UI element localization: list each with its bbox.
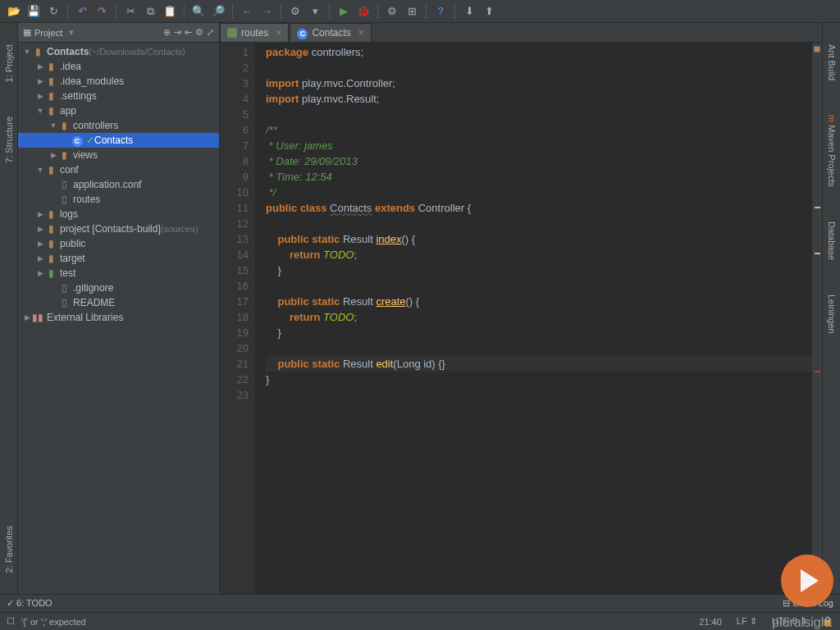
- code-line[interactable]: public static Result index() {: [266, 231, 822, 247]
- tree-row[interactable]: ▮project [Contacts-build] (sources): [18, 221, 219, 236]
- error-stripe[interactable]: [812, 43, 822, 594]
- database-tab[interactable]: Database: [825, 217, 838, 265]
- code-line[interactable]: [266, 278, 822, 294]
- editor-tab[interactable]: routes×: [220, 23, 289, 42]
- sync-icon[interactable]: ↻: [44, 2, 62, 21]
- code-line[interactable]: }: [266, 262, 822, 278]
- code-line[interactable]: * User: james: [266, 138, 822, 153]
- tree-row[interactable]: ▮app: [18, 103, 219, 118]
- code-line[interactable]: package controllers;: [266, 44, 822, 60]
- tree-arrow-icon[interactable]: [49, 121, 57, 130]
- open-icon[interactable]: 📂: [5, 2, 23, 21]
- inspection-indicator[interactable]: [814, 46, 820, 52]
- back-icon[interactable]: ←: [238, 2, 256, 21]
- code-line[interactable]: return TODO;: [266, 247, 822, 262]
- config-dropdown[interactable]: ▾: [306, 2, 324, 21]
- tree-row[interactable]: ▮conf: [18, 162, 219, 177]
- tree-arrow-icon[interactable]: [36, 77, 44, 85]
- caret-position[interactable]: 21:40: [699, 617, 722, 627]
- error-marker[interactable]: [815, 371, 820, 372]
- tree-row[interactable]: ▯README: [18, 295, 219, 310]
- tree-row[interactable]: ▮.idea_modules: [18, 74, 219, 89]
- close-icon[interactable]: ×: [276, 27, 281, 39]
- todo-tool-tab[interactable]: ✓ 6: TODO: [7, 598, 52, 609]
- ant-build-tab[interactable]: Ant Build: [825, 39, 838, 85]
- tree-arrow-icon[interactable]: [23, 48, 31, 56]
- editor-tab[interactable]: CContacts×: [290, 23, 371, 42]
- tree-arrow-icon[interactable]: [36, 166, 44, 174]
- tree-arrow-icon[interactable]: [23, 313, 31, 322]
- find-icon[interactable]: 🔍: [189, 2, 208, 21]
- structure-icon[interactable]: ⊞: [403, 2, 421, 21]
- tree-row[interactable]: ▮views: [18, 148, 219, 162]
- code-line[interactable]: }: [266, 372, 822, 387]
- code-line[interactable]: import play.mvc.Controller;: [266, 75, 822, 91]
- tree-row[interactable]: ▮.settings: [18, 89, 219, 103]
- code-line[interactable]: public static Result edit(Long id) {}: [266, 356, 822, 372]
- code-line[interactable]: return TODO;: [266, 309, 822, 325]
- code-line[interactable]: * Time: 12:54: [266, 169, 822, 185]
- line-separator[interactable]: LF ⇕: [737, 616, 757, 627]
- scroll-from-icon[interactable]: ⇤: [185, 27, 192, 38]
- vcs-update-icon[interactable]: ⬇: [460, 2, 478, 21]
- tree-arrow-icon[interactable]: [36, 62, 44, 71]
- tree-row[interactable]: ▮public: [18, 236, 219, 251]
- code-line[interactable]: }: [266, 325, 822, 340]
- tree-row[interactable]: ▮test: [18, 266, 219, 281]
- tree-row[interactable]: ▮Contacts (~/Downloads/Contacts): [18, 44, 219, 59]
- tree-row[interactable]: C✓ Contacts: [18, 133, 219, 148]
- tree-row[interactable]: ▮▮External Libraries: [18, 310, 219, 325]
- tree-row[interactable]: ▮target: [18, 251, 219, 266]
- tree-row[interactable]: ▯routes: [18, 192, 219, 207]
- tree-arrow-icon[interactable]: [36, 254, 44, 262]
- tree-arrow-icon[interactable]: [36, 240, 44, 248]
- help-icon[interactable]: ?: [431, 2, 450, 21]
- save-icon[interactable]: 💾: [25, 2, 43, 21]
- tree-arrow-icon[interactable]: [36, 107, 44, 115]
- build-icon[interactable]: ⚙: [286, 2, 304, 21]
- warning-marker[interactable]: [815, 253, 820, 254]
- tree-arrow-icon[interactable]: [36, 210, 44, 218]
- code-line[interactable]: public static Result create() {: [266, 294, 822, 309]
- tree-arrow-icon[interactable]: [49, 151, 57, 159]
- maven-projects-tab[interactable]: m Maven Projects: [825, 110, 838, 192]
- tree-row[interactable]: ▮.idea: [18, 59, 219, 74]
- code-line[interactable]: [266, 387, 822, 403]
- gutter[interactable]: 1234567891011121314151617181920212223: [220, 43, 256, 594]
- code-line[interactable]: [266, 216, 822, 231]
- tree-arrow-icon[interactable]: [36, 269, 44, 277]
- redo-icon[interactable]: ↷: [93, 2, 111, 21]
- tree-row[interactable]: ▮controllers: [18, 118, 219, 133]
- project-tree[interactable]: ▮Contacts (~/Downloads/Contacts)▮.idea▮.…: [18, 43, 219, 594]
- code-line[interactable]: [266, 340, 822, 356]
- hide-icon[interactable]: ⤢: [207, 27, 214, 38]
- code-line[interactable]: /**: [266, 122, 822, 138]
- copy-icon[interactable]: ⧉: [141, 2, 159, 21]
- run-icon[interactable]: ▶: [335, 2, 353, 21]
- tree-arrow-icon[interactable]: [36, 225, 44, 233]
- code-line[interactable]: [266, 107, 822, 122]
- tree-row[interactable]: ▯.gitignore: [18, 281, 219, 295]
- paste-icon[interactable]: 📋: [161, 2, 179, 21]
- undo-icon[interactable]: ↶: [73, 2, 91, 21]
- code-editor[interactable]: package controllers; import play.mvc.Con…: [256, 43, 822, 594]
- tree-row[interactable]: ▮logs: [18, 207, 219, 221]
- favorites-tool-tab[interactable]: 2: Favorites: [2, 521, 16, 578]
- settings-icon[interactable]: ⚙: [383, 2, 401, 21]
- collapse-all-icon[interactable]: ⊕: [163, 27, 171, 38]
- event-log-tab[interactable]: ⊟ Event Log: [783, 598, 833, 609]
- forward-icon[interactable]: →: [258, 2, 276, 21]
- tree-arrow-icon[interactable]: [36, 92, 44, 100]
- warning-marker[interactable]: [815, 207, 820, 208]
- code-line[interactable]: */: [266, 185, 822, 200]
- settings-icon[interactable]: ⚙: [195, 27, 203, 38]
- code-line[interactable]: public class Contacts extends Controller…: [266, 200, 822, 216]
- code-line[interactable]: [266, 60, 822, 75]
- cut-icon[interactable]: ✂: [121, 2, 139, 21]
- code-line[interactable]: import play.mvc.Result;: [266, 91, 822, 107]
- vcs-commit-icon[interactable]: ⬆: [480, 2, 498, 21]
- close-icon[interactable]: ×: [358, 27, 364, 39]
- project-header-title[interactable]: Project: [34, 28, 62, 38]
- project-tool-tab[interactable]: 1: Project: [2, 39, 16, 87]
- debug-icon[interactable]: 🐞: [354, 2, 372, 21]
